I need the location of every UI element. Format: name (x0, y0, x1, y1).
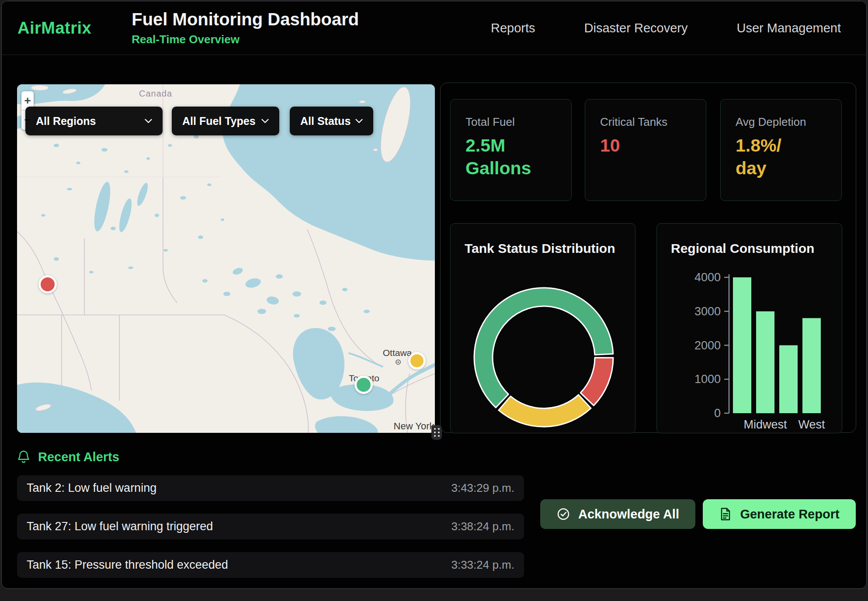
page-subtitle: Real-Time Overview (132, 33, 359, 46)
map-resize-handle[interactable] (431, 425, 442, 440)
y-tick-label: 3000 (694, 305, 721, 318)
bar-0 (733, 277, 751, 413)
alert-row: Tank 27: Low fuel warning triggered 3:38… (17, 514, 524, 539)
header: AirMatrix Fuel Monitoring Dashboard Real… (2, 1, 866, 55)
stat-card-total-fuel: Total Fuel 2.5M Gallons (450, 99, 572, 201)
map-base: Canada Ottawa Toronto New York (17, 84, 435, 433)
stat-label: Critical Tanks (600, 115, 706, 129)
nav-item-user-management[interactable]: User Management (736, 21, 841, 35)
region-filter-select[interactable]: All Regions (25, 107, 163, 135)
map-canvas[interactable]: Canada Ottawa Toronto New York + − All R… (17, 84, 435, 433)
y-tick-label: 1000 (694, 373, 721, 386)
alert-text: Tank 27: Low fuel warning triggered (27, 520, 213, 533)
stat-value: 1.8%/ day (736, 134, 841, 180)
nav-item-disaster-recovery[interactable]: Disaster Recovery (584, 21, 688, 35)
y-tick-label: 2000 (694, 339, 721, 352)
stat-value: 2.5M Gallons (465, 134, 571, 180)
bell-icon (17, 449, 30, 464)
alert-text: Tank 15: Pressure threshold exceeded (27, 558, 228, 572)
alert-time: 3:43:29 p.m. (451, 481, 514, 495)
overview-panel: Total Fuel 2.5M Gallons Critical Tanks 1… (440, 83, 856, 433)
x-tick-label: West (798, 418, 825, 431)
button-label: Acknowledge All (578, 507, 679, 522)
donut-chart (451, 224, 636, 434)
stat-value: 10 (600, 134, 706, 157)
alerts-header: Recent Alerts (17, 449, 119, 464)
chevron-down-icon (145, 119, 152, 124)
stat-label: Total Fuel (465, 115, 571, 129)
bar-3 (802, 318, 821, 413)
status-filter-select[interactable]: All Status (290, 107, 373, 135)
title-block: Fuel Monitoring Dashboard Real-Time Over… (132, 10, 359, 46)
app-window: AirMatrix Fuel Monitoring Dashboard Real… (1, 1, 867, 589)
y-tick-label: 4000 (694, 271, 721, 284)
donut-segment-warning (499, 395, 591, 427)
bar-2 (779, 345, 798, 414)
donut-segment-critical (580, 358, 613, 406)
status-filter-label: All Status (300, 115, 351, 128)
alert-text: Tank 2: Low fuel warning (27, 481, 156, 495)
map-label-ottawa: Ottawa (383, 348, 412, 358)
x-tick-label: Midwest (743, 418, 787, 431)
alert-row: Tank 15: Pressure threshold exceeded 3:3… (17, 552, 524, 578)
stat-card-avg-depletion: Avg Depletion 1.8%/ day (720, 99, 842, 201)
chevron-down-icon (261, 119, 269, 124)
tank-marker-normal[interactable] (354, 376, 373, 394)
generate-report-button[interactable]: Generate Report (703, 499, 856, 529)
main-nav: Reports Disaster Recovery User Managemen… (491, 21, 841, 35)
fuel-type-filter-select[interactable]: All Fuel Types (172, 107, 279, 135)
region-filter-label: All Regions (36, 115, 96, 128)
tank-marker-critical[interactable] (38, 275, 57, 294)
button-label: Generate Report (740, 507, 839, 522)
alerts-heading: Recent Alerts (38, 450, 119, 464)
town-dot-ottawa (396, 360, 400, 364)
chevron-down-icon (355, 119, 363, 124)
stat-label: Avg Depletion (736, 115, 841, 129)
alert-time: 3:38:24 p.m. (451, 520, 514, 533)
chart-card-regional-consumption: Regional Consumption 01000200030004000Mi… (656, 223, 842, 433)
bar-chart: 01000200030004000MidwestWest (657, 224, 843, 434)
y-tick-label: 0 (714, 407, 721, 420)
fuel-type-filter-label: All Fuel Types (182, 115, 256, 128)
stat-card-critical-tanks: Critical Tanks 10 (585, 99, 706, 201)
alert-row: Tank 2: Low fuel warning 3:43:29 p.m. (17, 475, 524, 501)
bar-1 (756, 311, 774, 413)
page-title: Fuel Monitoring Dashboard (132, 10, 359, 29)
map-label-canada: Canada (139, 89, 172, 98)
nav-item-reports[interactable]: Reports (491, 21, 535, 35)
alert-time: 3:33:24 p.m. (451, 558, 514, 572)
brand-logo[interactable]: AirMatrix (17, 19, 91, 38)
chart-card-tank-status: Tank Status Distribution (450, 223, 635, 433)
acknowledge-all-button[interactable]: Acknowledge All (540, 499, 695, 529)
map-label-new-york: New York (394, 421, 435, 432)
tank-marker-warning[interactable] (408, 352, 426, 370)
check-circle-icon (556, 507, 570, 521)
document-icon (719, 507, 732, 521)
